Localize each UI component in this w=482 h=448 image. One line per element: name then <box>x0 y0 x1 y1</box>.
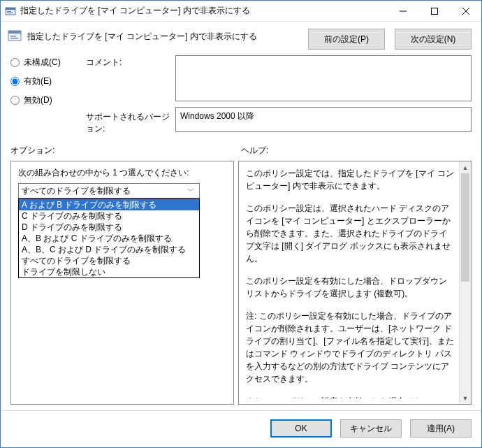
next-setting-button[interactable]: 次の設定(N) <box>395 29 472 50</box>
dropdown-item[interactable]: すべてのドライブを制限する <box>19 255 199 266</box>
help-paragraph: 注: このポリシー設定を有効にした場合、ドライブのアイコンが削除されます。ユーザ… <box>246 310 454 385</box>
supported-label: サポートされるバージョン: <box>86 107 170 135</box>
supported-value: Windows 2000 以降 <box>175 107 472 132</box>
drive-restrict-dropdown[interactable]: すべてのドライブを制限する ﹀ A および B ドライブのみを制限するC ドライ… <box>18 183 200 198</box>
panel-labels: オプション: ヘルプ: <box>1 140 481 158</box>
help-scrollbar[interactable]: ▲ ▼ <box>459 161 471 404</box>
state-radios: 未構成(C) 有効(E) 無効(D) <box>10 55 80 106</box>
svg-rect-4 <box>431 8 437 14</box>
titlebar: 指定したドライブを [マイ コンピューター] 内で非表示にする <box>1 1 481 22</box>
radio-not-configured-label: 未構成(C) <box>24 57 61 68</box>
radio-disabled[interactable]: 無効(D) <box>10 94 80 106</box>
minimize-button[interactable] <box>387 1 418 21</box>
dropdown-item[interactable]: C ドライブのみを制限する <box>19 210 199 222</box>
help-paragraph: このポリシー設定を有効にした場合、ドロップダウン リストからドライブを選択します… <box>246 275 454 300</box>
dropdown-item[interactable]: A、B および C ドライブのみを制限する <box>19 233 199 244</box>
options-instruction: 次の組み合わせの中から 1 つ選んでください: <box>18 167 226 179</box>
radio-not-configured[interactable]: 未構成(C) <box>10 57 80 68</box>
close-button[interactable] <box>450 1 481 21</box>
svg-rect-3 <box>7 13 13 13</box>
scroll-up-icon[interactable]: ▲ <box>460 161 471 173</box>
help-paragraph: また、このポリシー設定を有効にした場合でも、ユーザーはプログラムを使用してこれら… <box>246 395 454 398</box>
dropdown-selected-text: すべてのドライブを制限する <box>22 185 131 197</box>
help-pane: このポリシー設定では、指定したドライブを [マイ コンピューター] 内で非表示に… <box>238 161 472 405</box>
comment-label: コメント: <box>86 55 170 101</box>
dropdown-list[interactable]: A および B ドライブのみを制限するC ドライブのみを制限するD ドライブのみ… <box>18 198 200 278</box>
scroll-track[interactable] <box>460 173 471 392</box>
cancel-button[interactable]: キャンセル <box>340 419 402 438</box>
radio-enabled[interactable]: 有効(E) <box>10 75 80 87</box>
chevron-down-icon: ﹀ <box>185 186 196 196</box>
window-controls <box>387 1 481 21</box>
help-paragraph: このポリシー設定は、選択されたハード ディスクのアイコンを [マイ コンピュータ… <box>246 202 454 265</box>
window-title: 指定したドライブを [マイ コンピューター] 内で非表示にする <box>20 5 387 17</box>
header-row: 指定したドライブを [マイ コンピューター] 内で非表示にする 前の設定(P) … <box>1 22 481 54</box>
config-area: 未構成(C) 有効(E) 無効(D) コメント: サポートされるバージョン: W… <box>1 54 481 140</box>
radio-not-configured-input[interactable] <box>10 58 20 67</box>
radio-disabled-label: 無効(D) <box>24 94 52 106</box>
dropdown-item[interactable]: ドライブを制限しない <box>19 266 199 277</box>
svg-rect-6 <box>8 31 21 34</box>
dialog-buttons: OK キャンセル 適用(A) <box>1 410 481 447</box>
prev-setting-button[interactable]: 前の設定(P) <box>308 29 385 50</box>
help-paragraph: このポリシー設定では、指定したドライブを [マイ コンピューター] 内で非表示に… <box>246 167 454 192</box>
scroll-down-icon[interactable]: ▼ <box>460 392 471 404</box>
radio-enabled-label: 有効(E) <box>24 75 52 87</box>
dropdown-item[interactable]: A および B ドライブのみを制限する <box>19 199 199 210</box>
policy-icon <box>8 29 22 43</box>
svg-rect-2 <box>7 11 11 12</box>
dropdown-selected[interactable]: すべてのドライブを制限する ﹀ <box>18 183 200 198</box>
dropdown-item[interactable]: D ドライブのみを制限する <box>19 222 199 233</box>
help-text: このポリシー設定では、指定したドライブを [マイ コンピューター] 内で非表示に… <box>246 167 454 398</box>
options-label: オプション: <box>10 145 234 157</box>
scroll-thumb[interactable] <box>461 173 469 282</box>
radio-enabled-input[interactable] <box>10 77 20 86</box>
help-label: ヘルプ: <box>241 145 268 157</box>
comment-textarea[interactable] <box>175 55 472 101</box>
svg-rect-1 <box>6 8 15 10</box>
app-icon <box>5 6 16 17</box>
maximize-button[interactable] <box>418 1 450 21</box>
ok-button[interactable]: OK <box>270 419 332 438</box>
header-title: 指定したドライブを [マイ コンピューター] 内で非表示にする <box>27 29 301 43</box>
svg-rect-8 <box>10 38 18 39</box>
options-pane: 次の組み合わせの中から 1 つ選んでください: すべてのドライブを制限する ﹀ … <box>10 161 234 405</box>
radio-disabled-input[interactable] <box>10 96 20 105</box>
dropdown-item[interactable]: A、B、C および D ドライブのみを制限する <box>19 244 199 255</box>
main-panes: 次の組み合わせの中から 1 つ選んでください: すべてのドライブを制限する ﹀ … <box>1 158 481 410</box>
apply-button[interactable]: 適用(A) <box>410 419 472 438</box>
svg-rect-7 <box>10 36 16 37</box>
